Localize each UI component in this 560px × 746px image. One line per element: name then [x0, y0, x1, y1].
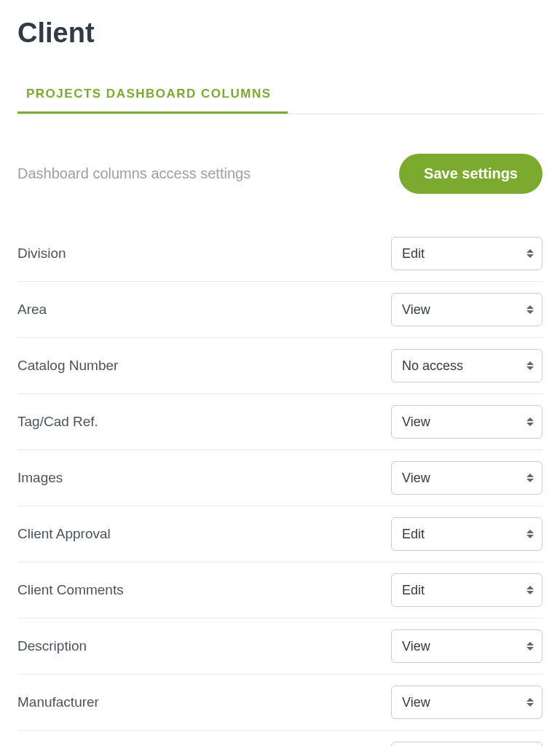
access-select[interactable]: EditViewNo access [391, 573, 543, 607]
access-select-wrap: EditViewNo access [391, 293, 543, 326]
settings-row: Tag/Cad Ref.EditViewNo access [17, 394, 543, 450]
access-select-wrap: EditViewNo access [391, 349, 543, 382]
settings-row: Client CommentsEditViewNo access [17, 562, 543, 619]
access-select-wrap: EditViewNo access [391, 517, 543, 551]
settings-row: ImagesEditViewNo access [17, 450, 543, 506]
access-select[interactable]: EditViewNo access [391, 686, 543, 719]
tab-projects-dashboard-columns[interactable]: Projects Dashboard Columns [17, 75, 288, 114]
settings-rows: DivisionEditViewNo accessAreaEditViewNo … [17, 226, 543, 746]
access-select[interactable]: EditViewNo access [391, 629, 543, 663]
tabs-bar: Projects Dashboard Columns [17, 75, 543, 114]
access-select-wrap: EditViewNo access [391, 742, 543, 746]
access-select[interactable]: EditViewNo access [391, 517, 543, 551]
settings-row: DescriptionEditViewNo access [17, 619, 543, 675]
row-label: Description [17, 638, 87, 654]
page-container: Client Projects Dashboard Columns Dashbo… [0, 0, 560, 746]
access-select-wrap: EditViewNo access [391, 573, 543, 607]
access-select[interactable]: EditViewNo access [391, 349, 543, 382]
settings-row: Product NameEditViewNo access [17, 731, 543, 746]
access-select[interactable]: EditViewNo access [391, 405, 543, 439]
access-select[interactable]: EditViewNo access [391, 742, 543, 746]
access-select[interactable]: EditViewNo access [391, 461, 543, 495]
section-header: Dashboard columns access settings Save s… [17, 154, 543, 194]
settings-row: AreaEditViewNo access [17, 282, 543, 338]
row-label: Tag/Cad Ref. [17, 414, 98, 430]
access-select[interactable]: EditViewNo access [391, 293, 543, 326]
settings-row: Catalog NumberEditViewNo access [17, 338, 543, 394]
row-label: Division [17, 246, 66, 262]
tab-label: Projects Dashboard Columns [26, 87, 272, 101]
row-label: Images [17, 470, 63, 486]
access-select-wrap: EditViewNo access [391, 461, 543, 495]
row-label: Area [17, 302, 47, 318]
access-select-wrap: EditViewNo access [391, 405, 543, 439]
settings-row: ManufacturerEditViewNo access [17, 675, 543, 731]
page-title: Client [17, 17, 543, 49]
settings-row: DivisionEditViewNo access [17, 226, 543, 282]
save-settings-button[interactable]: Save settings [399, 154, 543, 194]
section-subtitle: Dashboard columns access settings [17, 165, 251, 182]
access-select-wrap: EditViewNo access [391, 686, 543, 719]
row-label: Catalog Number [17, 358, 118, 374]
row-label: Client Approval [17, 526, 111, 542]
access-select-wrap: EditViewNo access [391, 629, 543, 663]
row-label: Manufacturer [17, 694, 99, 710]
settings-row: Client ApprovalEditViewNo access [17, 506, 543, 562]
row-label: Client Comments [17, 582, 124, 598]
access-select[interactable]: EditViewNo access [391, 237, 543, 270]
access-select-wrap: EditViewNo access [391, 237, 543, 270]
